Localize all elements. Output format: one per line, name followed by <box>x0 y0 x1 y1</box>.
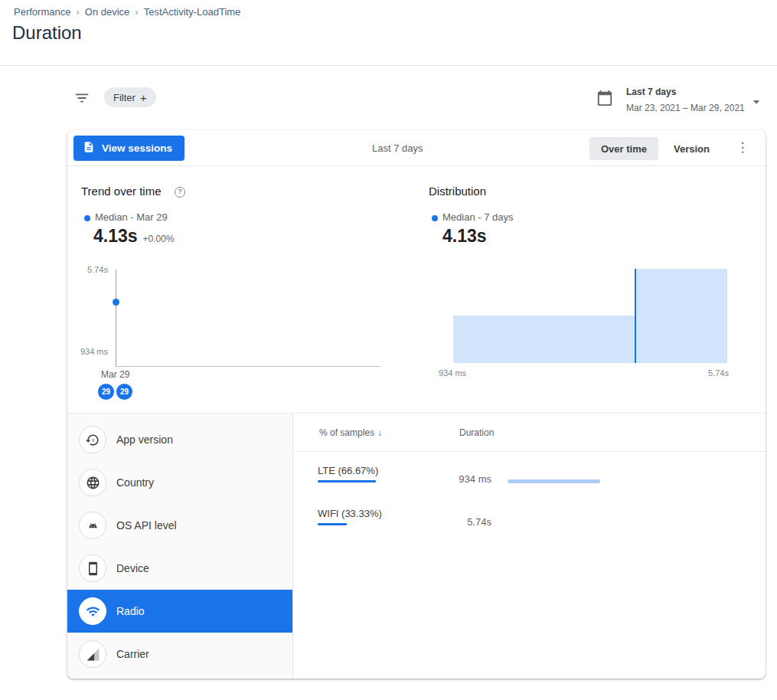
attributes-panel: v App version Country OS API level <box>67 414 293 679</box>
breadcrumb-separator: › <box>135 6 138 18</box>
hist-bar <box>636 269 727 363</box>
calendar-icon <box>596 90 613 110</box>
toggle-version[interactable]: Version <box>663 137 720 160</box>
range-slider-handle-end[interactable]: 29 <box>116 384 132 400</box>
charts-section: Trend over time ? Median - Mar 29 4.13s … <box>67 166 766 414</box>
toolbar-period-label: Last 7 days <box>372 142 423 154</box>
range-slider-handle-start[interactable]: 29 <box>98 384 114 400</box>
view-sessions-button[interactable]: View sessions <box>73 136 184 161</box>
document-icon <box>83 141 95 155</box>
attr-label: Carrier <box>116 648 149 660</box>
attr-label: App version <box>116 433 173 446</box>
date-range-label: Mar 23, 2021 – Mar 29, 2021 <box>626 103 745 113</box>
distribution-legend-dot <box>432 215 438 221</box>
toggle-over-time[interactable]: Over time <box>589 137 658 160</box>
trend-y-axis-line <box>116 270 116 366</box>
add-filter-icon: + <box>140 91 147 104</box>
filter-chip[interactable]: Filter + <box>104 87 156 107</box>
row-duration-wifi: 5.74s <box>424 516 491 528</box>
attr-item-carrier[interactable]: Carrier <box>67 633 292 675</box>
attr-label: Country <box>116 476 154 489</box>
wifi-icon <box>79 597 106 625</box>
attr-label: OS API level <box>116 519 177 532</box>
trend-title: Trend over time <box>81 185 161 198</box>
distribution-title: Distribution <box>429 185 486 198</box>
chevron-down-icon <box>749 94 764 113</box>
trend-median-point <box>113 299 119 306</box>
distribution-x-min-label: 934 ms <box>439 368 466 378</box>
distribution-legend-label: Median - 7 days <box>442 211 514 223</box>
card-toolbar: View sessions Last 7 days Over time Vers… <box>67 130 766 166</box>
breadcrumb: Performance › On device › TestActivity-L… <box>14 6 240 18</box>
attr-label: Radio <box>116 605 145 617</box>
help-icon[interactable]: ? <box>175 187 185 198</box>
trend-value-row: 4.13s +0.00% <box>93 226 175 247</box>
table-row[interactable]: LTE (66.67%) 934 ms <box>294 452 766 495</box>
filter-list-icon[interactable] <box>73 89 91 107</box>
breakdown-section: v App version Country OS API level <box>67 414 766 679</box>
page-title: Duration <box>12 22 82 44</box>
hist-bar <box>453 316 636 363</box>
percent-underline <box>318 523 347 525</box>
date-preset-label: Last 7 days <box>626 87 676 97</box>
trend-delta: +0.00% <box>143 234 175 244</box>
cell-signal-icon <box>79 640 106 668</box>
attr-item-app-version[interactable]: v App version <box>67 418 292 461</box>
filter-chip-label: Filter <box>113 92 135 103</box>
more-options-icon[interactable]: ⋮ <box>733 138 753 158</box>
attr-label: Device <box>116 562 149 574</box>
trend-x-axis-line <box>116 366 380 367</box>
trend-x-label: Mar 29 <box>101 369 129 380</box>
view-sessions-label: View sessions <box>102 142 172 154</box>
duration-range-bar <box>508 479 600 483</box>
header-duration[interactable]: Duration <box>459 427 494 438</box>
row-label-lte: LTE (66.67%) <box>318 465 378 476</box>
trend-y-min-label: 934 ms <box>67 347 108 356</box>
distribution-value-row: 4.13s <box>442 226 487 247</box>
trend-y-max-label: 5.74s <box>67 265 108 274</box>
hist-median-line <box>635 269 636 363</box>
header-percent-of-samples-label: % of samples <box>319 427 374 438</box>
header-divider <box>0 65 777 66</box>
attr-item-radio[interactable]: Radio <box>67 590 292 633</box>
app-version-icon: v <box>79 426 106 453</box>
table-row[interactable]: WIFI (33.33%) 5.74s <box>294 495 766 538</box>
breadcrumb-separator: › <box>76 6 79 18</box>
android-icon <box>79 512 106 539</box>
distribution-median-value: 4.13s <box>442 226 487 247</box>
attr-item-device[interactable]: Device <box>67 547 292 590</box>
trend-legend-dot <box>84 215 90 221</box>
date-range-picker[interactable]: Last 7 days Mar 23, 2021 – Mar 29, 2021 <box>589 81 770 118</box>
globe-icon <box>79 469 106 496</box>
breadcrumb-performance[interactable]: Performance <box>14 6 70 18</box>
duration-card: View sessions Last 7 days Over time Vers… <box>67 130 766 679</box>
svg-text:v: v <box>92 437 95 442</box>
header-percent-of-samples[interactable]: % of samples↓ <box>319 427 382 438</box>
attr-item-os-api-level[interactable]: OS API level <box>67 504 292 547</box>
samples-table: % of samples↓ Duration LTE (66.67%) 934 … <box>294 414 766 679</box>
distribution-histogram <box>453 269 727 363</box>
smartphone-icon <box>79 554 106 582</box>
breadcrumb-on-device[interactable]: On device <box>85 6 130 18</box>
distribution-x-max-label: 5.74s <box>690 368 729 378</box>
performance-duration-page: Performance › On device › TestActivity-L… <box>0 0 777 700</box>
trend-median-value: 4.13s <box>93 226 138 247</box>
table-header: % of samples↓ Duration <box>294 414 766 452</box>
row-label-wifi: WIFI (33.33%) <box>318 508 382 519</box>
sort-descending-icon: ↓ <box>377 427 382 438</box>
attr-item-country[interactable]: Country <box>67 461 292 504</box>
row-duration-lte: 934 ms <box>424 473 491 485</box>
trend-legend-label: Median - Mar 29 <box>95 211 168 223</box>
percent-underline <box>318 480 376 482</box>
breadcrumb-trace-name: TestActivity-LoadTime <box>144 6 241 18</box>
